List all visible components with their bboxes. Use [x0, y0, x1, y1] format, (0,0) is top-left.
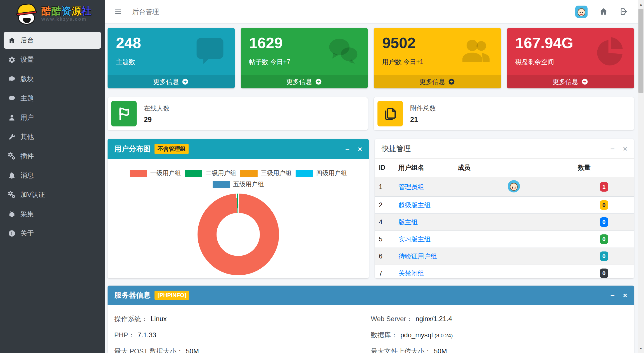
bug-icon [8, 210, 16, 218]
flag-icon [111, 101, 137, 126]
home-icon [8, 37, 16, 44]
info-box-value: 21 [410, 116, 436, 124]
stat-label: 磁盘剩余空间 [515, 58, 626, 66]
stat-value: 9502 [382, 35, 493, 51]
group-link[interactable]: 待验证用户组 [398, 253, 437, 260]
sidebar: 酷酷资源社 www.kkzys.com 后台 设置 版块 主题 用户 其他 插件… [0, 0, 105, 353]
count-badge: 0 [600, 217, 608, 227]
sidebar-item-about[interactable]: 关于 [4, 225, 101, 242]
copy-icon [377, 101, 403, 126]
close-icon[interactable]: × [358, 145, 362, 153]
member-avatar[interactable] [508, 180, 520, 192]
legend-swatch [296, 170, 313, 177]
scrollbar[interactable]: ▲ ▼ [638, 0, 644, 353]
sidebar-item-messages[interactable]: 消息 [4, 167, 101, 184]
legend-item[interactable]: 五级用户组 [213, 180, 264, 189]
user-group-table: ID 用户组名 成员 数量 1 管理员组 1 [375, 159, 634, 278]
sidebar-toggle-button[interactable] [114, 8, 122, 16]
group-link[interactable]: 超级版主组 [398, 201, 431, 209]
group-link[interactable]: 版主组 [398, 218, 418, 226]
sidebar-menu: 后台 设置 版块 主题 用户 其他 插件 消息 加V认证 采集 关于 [0, 28, 105, 248]
table-row: 4 版主组 0 [375, 214, 634, 231]
count-badge: 0 [600, 251, 608, 261]
arrow-circle-right-icon [182, 78, 189, 85]
table-row: 2 超级版主组 0 [375, 197, 634, 214]
sidebar-item-topics[interactable]: 主题 [4, 90, 101, 107]
stat-value: 248 [116, 35, 226, 51]
sidebar-item-plugins[interactable]: 插件 [4, 148, 101, 164]
close-icon[interactable]: × [623, 292, 627, 299]
table-row: 1 管理员组 1 [375, 177, 634, 197]
server-info-row: Web Server：nginx/1.21.4 [371, 314, 627, 323]
phpinfo-link[interactable]: [PHPINFO] [155, 291, 189, 300]
more-info-link[interactable]: 更多信息 [108, 75, 235, 88]
sidebar-item-other[interactable]: 其他 [4, 128, 101, 145]
stat-value: 167.94G [515, 35, 626, 51]
comment-icon [8, 75, 16, 83]
stat-label: 主题数 [116, 58, 226, 66]
legend-swatch [213, 181, 230, 188]
stat-label: 用户数 今日+1 [382, 58, 493, 66]
home-icon [599, 7, 608, 16]
minimize-icon[interactable]: − [345, 145, 350, 153]
legend-item[interactable]: 四级用户组 [296, 169, 347, 177]
group-link[interactable]: 实习版主组 [398, 236, 431, 243]
sidebar-item-forums[interactable]: 版块 [4, 70, 101, 87]
minimize-icon[interactable]: − [610, 145, 615, 152]
quick-manage-panel: 快捷管理 −× ID 用户组名 成员 数量 1 [375, 139, 634, 278]
logout-button[interactable] [620, 7, 628, 16]
table-header-row: ID 用户组名 成员 数量 [375, 159, 634, 177]
user-avatar[interactable] [575, 6, 588, 18]
minimize-icon[interactable]: − [610, 292, 615, 299]
sidebar-item-settings[interactable]: 设置 [4, 51, 101, 68]
close-icon[interactable]: × [623, 145, 627, 152]
info-box-value: 29 [144, 116, 170, 124]
count-badge: 0 [600, 234, 608, 244]
legend-item[interactable]: 一级用户组 [130, 169, 181, 177]
info-box-label: 附件总数 [410, 104, 436, 113]
panel-title: 用户分布图 [114, 144, 151, 154]
count-badge: 1 [600, 182, 608, 192]
comment-icon [8, 95, 16, 102]
info-box-label: 在线人数 [144, 104, 170, 113]
stat-label: 帖子数 今日+7 [249, 58, 360, 66]
panel-title: 服务器信息 [114, 290, 151, 300]
cogs-icon [8, 152, 16, 160]
server-info-row: 数据库：pdo_mysql(8.0.24) [371, 331, 627, 340]
user-distribution-donut [198, 194, 279, 275]
sidebar-item-collect[interactable]: 采集 [4, 206, 101, 222]
scroll-down-arrow[interactable]: ▼ [638, 344, 644, 353]
table-row: 7 关禁闭组 0 [375, 265, 634, 279]
legend-swatch [130, 170, 147, 177]
user-icon [8, 114, 16, 121]
wrench-icon [8, 133, 16, 141]
sidebar-item-dashboard[interactable]: 后台 [4, 32, 101, 49]
chart-legend: 一级用户组 二级用户组 三级用户组 四级用户组 五级用户组 [108, 169, 369, 189]
more-info-link[interactable]: 更多信息 [507, 75, 634, 88]
legend-swatch [240, 170, 258, 177]
legend-item[interactable]: 三级用户组 [240, 169, 292, 177]
table-row: 6 待验证用户组 0 [375, 248, 634, 265]
brand-url: www.kkzys.com [41, 17, 92, 22]
scrollbar-thumb[interactable] [638, 9, 643, 93]
stat-card-topics: 248主题数 更多信息 [108, 28, 235, 88]
arrow-circle-right-icon [315, 78, 322, 85]
brand-name: 酷酷资源社 [41, 6, 92, 16]
info-box-attachments: 附件总数21 [374, 97, 634, 130]
avatar-face-icon [576, 6, 587, 17]
legend-item[interactable]: 二级用户组 [185, 169, 236, 177]
scroll-up-arrow[interactable]: ▲ [638, 0, 644, 9]
more-info-link[interactable]: 更多信息 [241, 75, 368, 88]
server-info-row: PHP：7.1.33 [114, 331, 371, 340]
stat-card-disk: 167.94G磁盘剩余空间 更多信息 [507, 28, 634, 88]
home-link[interactable] [599, 7, 608, 16]
server-info-row: 操作系统：Linux [114, 314, 371, 323]
group-link[interactable]: 关禁闭组 [398, 270, 424, 277]
panel-badge: 不含管理组 [155, 144, 189, 154]
more-info-link[interactable]: 更多信息 [374, 75, 501, 88]
group-link[interactable]: 管理员组 [398, 183, 424, 190]
sidebar-item-users[interactable]: 用户 [4, 109, 101, 126]
brand-logo[interactable]: 酷酷资源社 www.kkzys.com [0, 0, 105, 28]
sidebar-item-v-verify[interactable]: 加V认证 [4, 186, 101, 203]
stat-card-posts: 1629帖子数 今日+7 更多信息 [241, 28, 368, 88]
